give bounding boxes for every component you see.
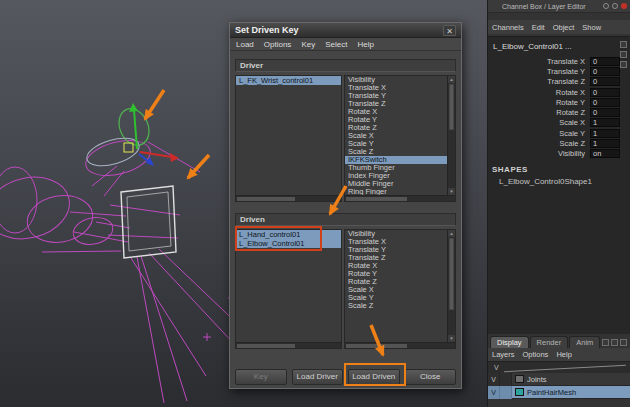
channel-label[interactable]: Translate Z <box>488 77 590 86</box>
menu-channels[interactable]: Channels <box>492 23 524 32</box>
channel-value-field[interactable]: 0 <box>590 98 620 107</box>
hscroll-thumb[interactable] <box>237 344 295 348</box>
menu-edit[interactable]: Edit <box>532 23 545 32</box>
vscroll-thumb[interactable] <box>449 84 454 130</box>
layer-visibility-toggle[interactable]: V <box>488 373 500 386</box>
channel-value-field[interactable]: 0 <box>590 77 620 86</box>
selected-object-name[interactable]: L_Elbow_Control01 ... <box>493 42 572 51</box>
driver-attribute-item[interactable]: Scale X <box>345 132 447 140</box>
driver-attribute-hscrollbar[interactable] <box>345 195 455 201</box>
channel-label[interactable]: Translate X <box>488 57 590 66</box>
layer-row-joints[interactable]: V Joints <box>488 373 630 386</box>
driver-attribute-item[interactable]: Thumb Finger <box>345 164 447 172</box>
record-dot-icon[interactable] <box>621 3 627 9</box>
driver-object-hscrollbar[interactable] <box>236 195 341 201</box>
driver-section-header[interactable]: Driver <box>235 59 456 72</box>
channel-value-field[interactable]: 0 <box>590 88 620 97</box>
driver-attribute-vscrollbar[interactable]: ▲ ▼ <box>447 76 455 195</box>
load-driven-button[interactable]: Load Driven <box>348 369 400 385</box>
load-driver-button[interactable]: Load Driver <box>292 369 344 385</box>
driver-attribute-item[interactable]: Translate X <box>345 84 447 92</box>
panel-toggle-icon[interactable] <box>612 3 618 9</box>
move-tool-axes[interactable] <box>129 103 179 166</box>
driver-object-item[interactable]: L_FK_Wrist_control01 <box>236 76 341 85</box>
driven-attribute-item[interactable]: Translate Z <box>345 254 447 262</box>
layer-editor-mode-icon[interactable] <box>620 51 627 58</box>
driver-attribute-item[interactable]: Translate Y <box>345 92 447 100</box>
layer-color-swatch[interactable] <box>515 388 524 396</box>
channel-label[interactable]: Rotate Y <box>488 98 590 107</box>
menu-layer-options[interactable]: Options <box>523 350 549 359</box>
shape-node-name[interactable]: L_Elbow_Control0Shape1 <box>499 177 592 186</box>
channel-value-field[interactable]: 0 <box>590 108 620 117</box>
driven-attribute-item[interactable]: Scale Z <box>345 302 447 310</box>
menu-key[interactable]: Key <box>301 40 315 49</box>
scroll-up-icon[interactable]: ▲ <box>448 230 455 237</box>
tab-render[interactable]: Render <box>530 336 569 348</box>
driver-attribute-item[interactable]: Rotate Y <box>345 116 447 124</box>
channel-label[interactable]: Rotate Z <box>488 108 590 117</box>
scroll-down-icon[interactable]: ▼ <box>448 335 455 342</box>
driven-object-hscrollbar[interactable] <box>236 342 341 348</box>
driver-attribute-item[interactable]: Scale Y <box>345 140 447 148</box>
driven-attribute-list[interactable]: Visibility Translate X Translate Y Trans… <box>344 229 456 349</box>
scroll-up-icon[interactable]: ▲ <box>448 76 455 83</box>
driven-attribute-item[interactable]: Translate Y <box>345 246 447 254</box>
layer-name[interactable]: PaintHairMesh <box>527 388 576 397</box>
menu-load[interactable]: Load <box>236 40 254 49</box>
driven-section-header[interactable]: Driven <box>235 213 456 226</box>
vscroll-thumb[interactable] <box>449 238 454 310</box>
panel-toggle-icon[interactable] <box>603 3 609 9</box>
tab-display[interactable]: Display <box>490 336 529 348</box>
menu-select[interactable]: Select <box>325 40 347 49</box>
layer-color-swatch[interactable] <box>515 375 524 383</box>
driver-object-list[interactable]: L_FK_Wrist_control01 <box>235 75 342 202</box>
hscroll-thumb[interactable] <box>346 344 407 348</box>
layer-visibility-toggle[interactable]: V <box>488 386 500 399</box>
layer-playback-toggle[interactable] <box>500 386 512 399</box>
move-layer-icon[interactable] <box>620 339 627 346</box>
hscroll-thumb[interactable] <box>237 197 295 201</box>
driven-attribute-item[interactable]: Rotate X <box>345 262 447 270</box>
key-button[interactable]: Key <box>235 369 287 385</box>
driven-attribute-vscrollbar[interactable]: ▲ ▼ <box>447 230 455 342</box>
driver-attribute-item[interactable]: Rotate X <box>345 108 447 116</box>
driven-object-item-selected[interactable]: L_Hand_control01 <box>236 230 341 239</box>
menu-help[interactable]: Help <box>357 40 373 49</box>
dialog-titlebar[interactable]: Set Driven Key ✕ <box>230 23 461 38</box>
close-icon[interactable]: ✕ <box>443 25 456 36</box>
axis-y-arrow[interactable] <box>129 103 138 112</box>
channel-value-field[interactable]: 1 <box>590 118 620 127</box>
driver-attribute-item[interactable]: Visibility <box>345 76 447 84</box>
layer-row-painthairmesh[interactable]: V PaintHairMesh <box>488 386 630 399</box>
driver-attribute-item[interactable]: Rotate Z <box>345 124 447 132</box>
new-layer-selected-icon[interactable] <box>611 339 618 346</box>
menu-layer-help[interactable]: Help <box>556 350 571 359</box>
driven-attribute-item[interactable]: Scale Y <box>345 294 447 302</box>
driver-attribute-item-selected[interactable]: IKFKSwitch <box>345 156 447 164</box>
channel-value-field[interactable]: 1 <box>590 129 620 138</box>
channel-value-field[interactable]: 0 <box>590 67 620 76</box>
polygon-plane[interactable] <box>121 186 176 258</box>
driven-attribute-item[interactable]: Translate X <box>345 238 447 246</box>
driven-object-item-selected[interactable]: L_Elbow_Control01 <box>236 239 341 248</box>
new-layer-icon[interactable] <box>602 339 609 346</box>
driven-attribute-item[interactable]: Rotate Z <box>345 278 447 286</box>
channel-value-field[interactable]: 1 <box>590 139 620 148</box>
channel-value-field[interactable]: 0 <box>590 57 620 66</box>
channel-label[interactable]: Scale Y <box>488 129 590 138</box>
driven-attribute-item[interactable]: Rotate Y <box>345 270 447 278</box>
driven-attribute-item[interactable]: Visibility <box>345 230 447 238</box>
driver-attribute-item[interactable]: Scale Z <box>345 148 447 156</box>
scroll-down-icon[interactable]: ▼ <box>448 188 455 195</box>
driver-attribute-item[interactable]: Index Finger <box>345 172 447 180</box>
driver-attribute-item[interactable]: Middle Finger <box>345 180 447 188</box>
close-button[interactable]: Close <box>405 369 457 385</box>
layer-playback-toggle[interactable] <box>500 373 512 386</box>
layer-name[interactable]: Joints <box>527 375 547 384</box>
channel-label[interactable]: Rotate X <box>488 88 590 97</box>
menu-object[interactable]: Object <box>553 23 575 32</box>
driven-attribute-item[interactable]: Scale X <box>345 286 447 294</box>
axis-z-arrow[interactable] <box>146 157 154 166</box>
driver-attribute-item[interactable]: Translate Z <box>345 100 447 108</box>
